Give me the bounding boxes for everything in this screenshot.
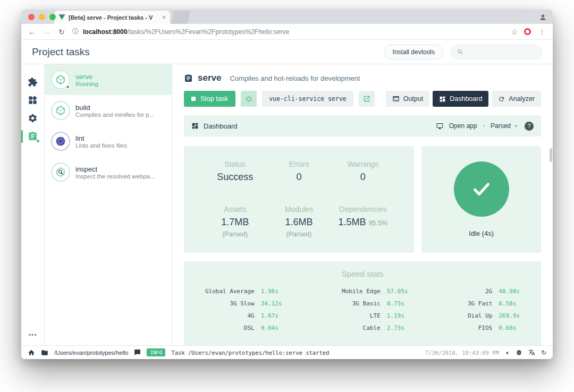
window-zoom-button[interactable] (49, 14, 56, 20)
gear-icon (28, 113, 38, 123)
task-item-lint[interactable]: lint Lints and fixes files (45, 126, 172, 157)
bookmark-star-icon[interactable]: ☆ (511, 28, 518, 36)
serve-logo-icon (51, 70, 70, 89)
nav-tasks-button[interactable] (28, 131, 38, 142)
scrollbar-thumb[interactable] (550, 148, 552, 162)
search-input[interactable] (467, 48, 536, 56)
window-close-button[interactable] (28, 14, 35, 20)
forward-icon[interactable]: → (43, 28, 51, 36)
window-minimize-button[interactable] (39, 14, 45, 20)
stop-task-label: Stop task (200, 95, 228, 103)
extension-icon[interactable] (524, 28, 531, 35)
task-name: inspect (75, 165, 155, 173)
speed-stats-card: Speed stats Global Average1.96s 3G Slow3… (184, 261, 541, 345)
nav-more-button[interactable]: ••• (28, 331, 37, 339)
log-bubble-icon[interactable] (134, 349, 141, 356)
task-action-row: Stop task vue-cli-service serve Output (184, 91, 541, 107)
speed-column-3: 2G48.98s 3G Fast8.58s Dial Up269.9s FIOS… (468, 288, 520, 331)
speed-value: 1.96s (261, 288, 282, 295)
install-devtools-button[interactable]: Install devtools (384, 45, 443, 59)
help-button[interactable]: ? (525, 122, 534, 131)
project-path[interactable]: /Users/evan/prototypes/hello (54, 350, 128, 356)
translate-icon[interactable] (528, 349, 535, 356)
view-analyzer-button[interactable]: Analyzer (492, 91, 541, 107)
stat-label: Status (207, 160, 263, 168)
task-settings-button[interactable] (241, 91, 257, 107)
task-description: Lints and fixes files (75, 142, 127, 149)
status-message: Task /Users/evan/prototypes/hello:serve … (171, 350, 419, 356)
browser-profile-icon[interactable] (538, 13, 547, 22)
stop-task-button[interactable]: Stop task (184, 91, 235, 107)
nav-dependencies-button[interactable] (28, 95, 38, 106)
view-dashboard-button[interactable]: Dashboard (433, 91, 488, 107)
reload-icon[interactable]: ↻ (57, 28, 66, 36)
speed-value: 8.58s (499, 300, 520, 307)
task-item-build[interactable]: build Compiles and minifies for p... (45, 95, 172, 126)
task-item-inspect[interactable]: inspect Inspect the resolved webpa... (45, 157, 172, 188)
page-info-icon[interactable]: ⓘ (72, 27, 79, 36)
page-title: Project tasks (32, 46, 377, 58)
open-in-editor-button[interactable] (359, 91, 375, 107)
bug-report-icon[interactable] (516, 349, 522, 356)
build-stats-card: Status Success Errors 0 Warnings 0 Asset… (184, 146, 414, 253)
task-name: lint (75, 134, 127, 142)
speed-label: FIOS (468, 325, 492, 331)
tab-close-icon[interactable]: × (162, 14, 166, 21)
speed-value: 34.12s (261, 300, 282, 307)
folder-icon[interactable] (41, 349, 48, 356)
stat-warnings: Warnings 0 (335, 160, 391, 183)
stat-suffix: (Parsed) (286, 231, 312, 238)
nav-rail: ••• (21, 64, 45, 345)
stat-label: Assets (207, 205, 263, 214)
browser-tab[interactable]: [Beta] serve - Project tasks - V × (54, 11, 170, 24)
open-app-button[interactable]: Open app (449, 122, 477, 130)
stat-suffix: 95.5% (369, 219, 387, 227)
widgets-icon (28, 95, 38, 105)
view-dashboard-label: Dashboard (450, 95, 482, 103)
speed-value: 57.05s (387, 288, 408, 295)
status-bar: /Users/evan/prototypes/hello INFO Task /… (21, 345, 553, 359)
stat-label: Dependencies (335, 205, 391, 214)
size-mode-dropdown[interactable]: Parsed (491, 122, 519, 130)
nav-plugins-button[interactable] (28, 77, 38, 88)
status-timestamp: 7/30/2018, 10:43:09 PM (425, 350, 499, 356)
speed-label: 2G (468, 288, 492, 295)
speed-label: LTE (342, 312, 381, 319)
dashboard-toolbar-title: Dashboard (204, 122, 238, 130)
task-detail-header: serve Compiles and hot-reloads for devel… (184, 73, 541, 83)
stat-value: 0 (360, 172, 366, 182)
stat-assets: Assets 1.7MB (Parsed) (207, 205, 263, 239)
size-mode-value: Parsed (491, 122, 511, 130)
search-box[interactable] (451, 45, 542, 59)
dashboard-toolbar: Dashboard Open app • Parsed ? (184, 115, 541, 137)
nav-configuration-button[interactable] (28, 113, 38, 124)
speed-label: 4G (205, 312, 255, 319)
speed-label: Cable (342, 325, 381, 331)
new-tab-button[interactable] (171, 11, 190, 24)
dark-mode-icon[interactable]: ◐ (506, 349, 510, 356)
log-level-badge: INFO (147, 348, 165, 356)
home-icon[interactable] (28, 349, 35, 356)
speed-label: 3G Basic (342, 300, 381, 307)
task-detail-subtitle: Compiles and hot-reloads for development (230, 74, 360, 82)
task-name: serve (75, 73, 98, 81)
speed-value: 9.04s (261, 325, 282, 331)
speed-value: 1.67s (261, 312, 282, 319)
back-icon[interactable]: ← (28, 28, 36, 36)
stat-value: 1.5MB (339, 217, 366, 227)
task-command-chip: vue-cli-service serve (262, 91, 353, 107)
stat-value: 0 (296, 172, 301, 182)
browser-menu-icon[interactable]: ⋮ (537, 28, 546, 36)
build-logo-icon (51, 101, 70, 120)
view-output-button[interactable]: Output (386, 91, 430, 107)
task-detail-pane: serve Compiles and hot-reloads for devel… (172, 64, 553, 345)
speed-value: 2.73s (387, 325, 408, 331)
idle-status-label: Idle (4s) (469, 229, 494, 237)
refresh-icon[interactable]: ↻ (541, 349, 546, 356)
task-item-serve[interactable]: serve Running (45, 64, 172, 95)
stat-value: 1.7MB (221, 217, 249, 227)
terminal-icon (392, 95, 400, 103)
stat-value: Success (217, 172, 253, 182)
settings-gear-icon (245, 95, 253, 103)
address-bar[interactable]: ⓘ localhost:8000/tasks/%2FUsers%2Fevan%2… (72, 27, 518, 36)
